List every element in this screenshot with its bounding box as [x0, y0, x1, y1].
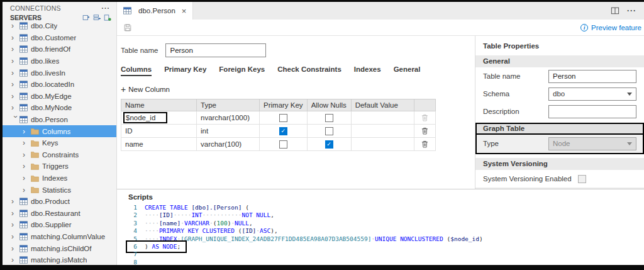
delete-row-icon[interactable]	[421, 140, 428, 148]
grid-row[interactable]: $node_idnvarchar(1000)	[121, 111, 436, 125]
chevron-right-icon[interactable]: ›	[11, 45, 19, 53]
default-value-cell[interactable]	[351, 138, 414, 151]
annotation-highlight: 6) AS NODE;	[128, 243, 184, 250]
sql-script-editor[interactable]: 1CREATE TABLE [dbo].[Person] (2····[ID]·…	[128, 204, 644, 265]
chevron-right-icon[interactable]: ›	[11, 21, 19, 30]
description-input[interactable]	[548, 105, 636, 118]
tree-item-matching-ismatch[interactable]: ›matching.isMatch	[3, 254, 116, 265]
tree-item-dbo-person[interactable]: ›dbo.Person	[3, 114, 116, 126]
save-icon[interactable]	[123, 23, 132, 32]
folder-icon	[31, 140, 42, 147]
tree-item-dbo-likes[interactable]: ›dbo.likes	[3, 55, 116, 67]
designer-tab-foreign-keys[interactable]: Foreign Keys	[219, 65, 265, 76]
split-editor-icon[interactable]	[611, 6, 619, 15]
tree-item-matching-columnvalue[interactable]: ›matching.ColumnValue	[3, 231, 116, 243]
table-properties-title: Table Properties	[475, 36, 644, 55]
system-versioning-checkbox[interactable]	[578, 175, 586, 183]
tree-item-dbo-supplier[interactable]: ›dbo.Supplier	[3, 219, 116, 231]
chevron-right-icon[interactable]: ›	[11, 103, 19, 112]
tree-item-dbo-livesin[interactable]: ›dbo.livesIn	[3, 67, 116, 79]
chevron-right-icon[interactable]: ›	[23, 138, 31, 147]
new-column-label: New Column	[128, 86, 170, 93]
delete-row-icon[interactable]	[421, 114, 428, 121]
chevron-right-icon[interactable]: ›	[11, 33, 19, 42]
chevron-right-icon[interactable]: ›	[11, 220, 19, 229]
close-icon[interactable]: ×	[182, 6, 187, 16]
table-name-input[interactable]	[165, 43, 266, 57]
chevron-right-icon[interactable]: ›	[23, 174, 31, 183]
tree-item-label: matching.ColumnValue	[31, 233, 105, 240]
chevron-right-icon[interactable]: ›	[11, 209, 19, 218]
preview-feature-link[interactable]: i Preview feature	[580, 24, 641, 31]
tab-dbo-person[interactable]: dbo.Person ×	[117, 2, 193, 20]
chevron-right-icon[interactable]: ›	[11, 256, 19, 264]
tree-item-label: Statistics	[42, 186, 71, 194]
primary-key-checkbox[interactable]	[279, 114, 287, 122]
chevron-right-icon[interactable]: ›	[11, 57, 19, 65]
more-actions-icon[interactable]: ···	[627, 6, 636, 15]
default-value-cell[interactable]	[351, 111, 414, 125]
chevron-right-icon[interactable]: ›	[11, 244, 19, 253]
designer-tab-columns[interactable]: Columns	[121, 65, 152, 76]
chevron-right-icon[interactable]: ›	[11, 69, 19, 77]
column-type-cell[interactable]: int	[197, 125, 260, 138]
delete-row-icon[interactable]	[421, 127, 428, 135]
column-name-cell[interactable]: $node_id	[121, 111, 197, 125]
tree-item-label: Triggers	[42, 162, 69, 170]
connections-title: CONNECTIONS	[10, 4, 61, 12]
primary-key-checkbox[interactable]: ✓	[279, 127, 287, 135]
tree-item-dbo-city[interactable]: ›dbo.City	[3, 20, 116, 32]
line-number: 5	[128, 235, 137, 243]
designer-tab-indexes[interactable]: Indexes	[354, 65, 381, 76]
grid-row[interactable]: IDint✓	[121, 125, 436, 138]
tree-item-matching-ischildof[interactable]: ›matching.isChildOf	[3, 242, 116, 254]
chevron-right-icon[interactable]: ›	[23, 162, 31, 171]
new-column-button[interactable]: + New Column	[121, 86, 170, 93]
tree-item-dbo-product[interactable]: ›dbo.Product	[3, 196, 116, 208]
chevron-right-icon[interactable]: ›	[11, 92, 19, 101]
tree-item-columns[interactable]: ›Columns	[3, 125, 116, 137]
tree-item-dbo-locatedin[interactable]: ›dbo.locatedIn	[3, 79, 116, 91]
tree-item-dbo-myedge[interactable]: ›dbo.MyEdge	[3, 91, 116, 103]
line-number: 4	[128, 227, 137, 235]
code-line: 2····[ID]·····INT···········NOT NULL,	[128, 211, 644, 219]
allow-nulls-checkbox[interactable]	[325, 127, 333, 135]
chevron-right-icon[interactable]: ›	[23, 127, 31, 136]
designer-tab-general[interactable]: General	[394, 65, 421, 76]
designer-tab-check-constraints[interactable]: Check Constraints	[277, 65, 341, 76]
more-actions-icon[interactable]: ···	[102, 4, 111, 12]
tree-item-dbo-friendof[interactable]: ›dbo.friendOf	[3, 43, 116, 55]
chevron-right-icon[interactable]: ›	[11, 232, 19, 241]
tree-item-indexes[interactable]: ›Indexes	[3, 172, 116, 184]
designer-tab-primary-key[interactable]: Primary Key	[164, 65, 206, 76]
allow-nulls-checkbox[interactable]	[325, 114, 333, 122]
primary-key-checkbox[interactable]	[279, 140, 287, 149]
chevron-right-icon[interactable]: ›	[11, 80, 19, 89]
tree-item-keys[interactable]: ›Keys	[3, 137, 116, 149]
chevron-right-icon[interactable]: ›	[23, 186, 31, 194]
line-number: 1	[128, 204, 137, 211]
allow-nulls-checkbox[interactable]: ✓	[325, 140, 333, 149]
properties-table-name-input[interactable]	[548, 70, 636, 83]
column-name-cell[interactable]: ID	[121, 125, 197, 138]
tree-item-dbo-mynode[interactable]: ›dbo.MyNode	[3, 102, 116, 114]
column-name-cell[interactable]: name	[121, 138, 197, 151]
chevron-right-icon[interactable]: ›	[11, 197, 19, 206]
chevron-right-icon[interactable]: ›	[23, 150, 31, 159]
schema-value: dbo	[553, 90, 565, 98]
table-icon	[19, 45, 31, 53]
chevron-down-icon[interactable]: ›	[11, 116, 20, 124]
folder-icon	[31, 163, 42, 170]
tree-item-constraints[interactable]: ›Constraints	[3, 149, 116, 161]
tree-item-dbo-customer[interactable]: ›dbo.Customer	[3, 32, 116, 44]
tree-item-triggers[interactable]: ›Triggers	[3, 160, 116, 172]
grid-row[interactable]: namevarchar(100)✓	[121, 138, 436, 151]
code-line: 6) AS NODE;	[128, 243, 644, 250]
column-type-cell[interactable]: nvarchar(1000)	[197, 111, 260, 125]
tree-item-statistics[interactable]: ›Statistics	[3, 184, 116, 196]
schema-select[interactable]: dbo	[548, 87, 636, 101]
default-value-cell[interactable]	[351, 125, 414, 138]
schema-label: Schema	[483, 90, 509, 98]
tree-item-dbo-restaurant[interactable]: ›dbo.Restaurant	[3, 208, 116, 220]
column-type-cell[interactable]: varchar(100)	[197, 138, 260, 151]
